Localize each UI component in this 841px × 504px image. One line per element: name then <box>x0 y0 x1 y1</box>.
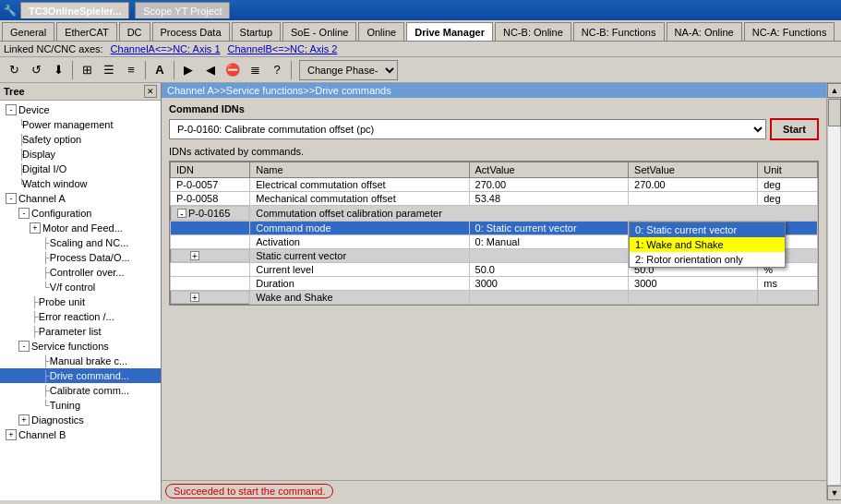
tab-processdata[interactable]: Process Data <box>152 22 230 41</box>
table-row[interactable]: P-0-0057 Electrical commutation offset 2… <box>171 178 818 192</box>
toolbar-stop[interactable]: ⛔ <box>222 60 243 80</box>
change-phase-select[interactable]: Change Phase- <box>299 60 398 80</box>
scroll-track[interactable] <box>827 98 841 486</box>
tree-label-calibrate: Calibrate comm... <box>50 385 129 396</box>
tree-item-channel-b[interactable]: + Channel B <box>0 427 161 442</box>
tab-dc[interactable]: DC <box>119 22 150 41</box>
cell-idn: + <box>171 291 249 304</box>
tree-item-motor[interactable]: + Motor and Feed... <box>0 221 161 235</box>
tree-label-service-functions: Service functions <box>31 341 109 352</box>
breadcrumb: Channel A>>Service functions>>Drive comm… <box>162 83 826 98</box>
tree-item-tuning[interactable]: └ Tuning <box>0 398 161 413</box>
dropdown-option-1[interactable]: 1: Wake and Shake <box>630 237 785 252</box>
toolbar-refresh2[interactable]: ↺ <box>26 60 46 80</box>
content-panel: Channel A>>Service functions>>Drive comm… <box>162 83 826 500</box>
tree-item-service-functions[interactable]: - Service functions <box>0 339 161 354</box>
idn-section: IDNs activated by commands. IDN Name Act… <box>162 146 826 313</box>
toolbar-download[interactable]: ⬇ <box>48 60 68 80</box>
tree-item-display[interactable]: ├ Display <box>0 147 161 162</box>
tree-item-manual-brake[interactable]: ├ Manual brake c... <box>0 354 161 368</box>
axis1-link[interactable]: ChannelA<=>NC: Axis 1 <box>111 43 221 54</box>
tab-online[interactable]: Online <box>358 22 404 41</box>
tree-item-configuration[interactable]: - Configuration <box>0 206 161 221</box>
tree-expander-channel-b[interactable]: + <box>6 429 17 440</box>
table-row[interactable]: + Wake and Shake <box>171 291 818 305</box>
expander-icon-wake[interactable]: + <box>190 293 199 302</box>
axis2-link[interactable]: ChannelB<=>NC: Axis 2 <box>228 43 338 54</box>
tab-general[interactable]: General <box>2 22 54 41</box>
tree-item-digital-io[interactable]: ├ Digital I/O <box>0 162 161 176</box>
tree-item-diagnostics[interactable]: + Diagnostics <box>0 413 161 427</box>
toolbar-sep3 <box>174 61 174 79</box>
tab-nca-online[interactable]: NA-A: Online <box>667 22 742 41</box>
table-row[interactable]: Duration 3000 3000 ms <box>171 277 818 291</box>
window-tab-1[interactable]: TC3OnlineSpieler... <box>20 2 129 18</box>
tree-item-probe[interactable]: ├ Probe unit <box>0 294 161 309</box>
tree-label-power: Power management <box>22 119 113 130</box>
cell-setvalue: 3000 <box>629 277 758 291</box>
toolbar-help[interactable]: ? <box>267 60 287 80</box>
tab-nca-functions[interactable]: NC-A: Functions <box>744 22 835 41</box>
tree-title: Tree <box>4 86 25 97</box>
dropdown-option-2[interactable]: 2: Rotor orientation only <box>630 252 785 267</box>
cell-setvalue <box>629 192 758 206</box>
tree-item-calibrate[interactable]: ├ Calibrate comm... <box>0 383 161 398</box>
toolbar-arrow-right[interactable]: ▶ <box>178 60 198 80</box>
tree-item-channel-a[interactable]: - Channel A <box>0 191 161 206</box>
tree-expander-channel-a[interactable]: - <box>6 193 17 204</box>
tree-expander-motor[interactable]: + <box>30 222 41 234</box>
tree-item-vf-control[interactable]: └ V/f control <box>0 280 161 294</box>
cell-name: Wake and Shake <box>250 291 469 305</box>
command-idns-dropdown[interactable]: P-0-0160: Calibrate commutation offset (… <box>169 119 766 139</box>
tree-item-drive-commands[interactable]: ├ Drive command... <box>0 368 161 383</box>
tree-label-drive-commands: Drive command... <box>50 370 129 381</box>
table-row[interactable]: P-0-0058 Mechanical commutation offset 5… <box>171 192 818 206</box>
tree-expander-device[interactable]: - <box>6 104 17 115</box>
toolbar-menu[interactable]: ≣ <box>245 60 265 80</box>
cell-setvalue[interactable]: 0: Static current vector 0: Static curre… <box>629 222 758 235</box>
scroll-thumb[interactable] <box>828 99 841 126</box>
toolbar-arrow-left[interactable]: ◀ <box>200 60 221 80</box>
window-tab-2[interactable]: Scope YT Project <box>135 2 230 18</box>
tab-drive-manager[interactable]: Drive Manager <box>406 22 493 41</box>
tab-ncb-online[interactable]: NC-B: Online <box>495 22 571 41</box>
table-row-command-mode[interactable]: Command mode 0: Static current vector 0:… <box>171 222 818 235</box>
start-button[interactable]: Start <box>770 118 819 140</box>
toolbar-grid[interactable]: ⊞ <box>77 60 97 80</box>
tree-item-processdata[interactable]: ├ Process Data/O... <box>0 250 161 265</box>
scroll-up-btn[interactable]: ▲ <box>827 83 841 98</box>
tree-content: - Device └ Power management ├ Safety opt… <box>0 101 161 500</box>
tree-item-watch[interactable]: └ Watch window <box>0 176 161 191</box>
change-phase-dropdown[interactable]: Change Phase- <box>299 60 398 80</box>
cell-idn <box>171 263 250 277</box>
tab-startup[interactable]: Startup <box>232 22 281 41</box>
setvalue-dropdown-popup[interactable]: 0: Static current vector 1: Wake and Sha… <box>629 222 786 268</box>
tree-expander-diagnostics[interactable]: + <box>18 414 30 426</box>
tree-item-controller[interactable]: ├ Controller over... <box>0 265 161 280</box>
tree-item-param-list[interactable]: ├ Parameter list <box>0 324 161 339</box>
table-row-group[interactable]: - P-0-0165 Commutation offset calibratio… <box>171 206 818 222</box>
tree-item-scaling[interactable]: ├ Scaling and NC... <box>0 235 161 250</box>
toolbar-font[interactable]: A <box>150 60 170 80</box>
dropdown-option-0[interactable]: 0: Static current vector <box>630 222 785 237</box>
tree-label-safety: Safety option <box>22 134 81 145</box>
tree-expander-service[interactable]: - <box>18 341 30 352</box>
expander-icon-static[interactable]: + <box>190 251 199 260</box>
tab-soe-online[interactable]: SoE - Online <box>282 22 356 41</box>
scrollbar-area[interactable]: ▲ ▼ <box>826 83 841 500</box>
tab-ncb-functions[interactable]: NC-B: Functions <box>573 22 665 41</box>
tree-expander-config[interactable]: - <box>18 208 30 219</box>
toolbar-refresh1[interactable]: ↻ <box>4 60 24 80</box>
toolbar-list2[interactable]: ≡ <box>121 60 141 80</box>
scroll-down-btn[interactable]: ▼ <box>827 486 841 500</box>
tree-close-btn[interactable]: ✕ <box>144 85 157 98</box>
tree-item-device[interactable]: - Device <box>0 102 161 117</box>
tree-label-param-list: Parameter list <box>39 326 102 337</box>
tree-item-error-reaction[interactable]: ├ Error reaction /... <box>0 309 161 324</box>
cell-name: Mechanical commutation offset <box>250 192 469 206</box>
tree-item-safety[interactable]: ├ Safety option <box>0 132 161 147</box>
tab-ethercat[interactable]: EtherCAT <box>56 22 116 41</box>
expander-icon-0165[interactable]: - <box>177 209 186 218</box>
tree-item-power[interactable]: └ Power management <box>0 117 161 132</box>
toolbar-list1[interactable]: ☰ <box>99 60 119 80</box>
